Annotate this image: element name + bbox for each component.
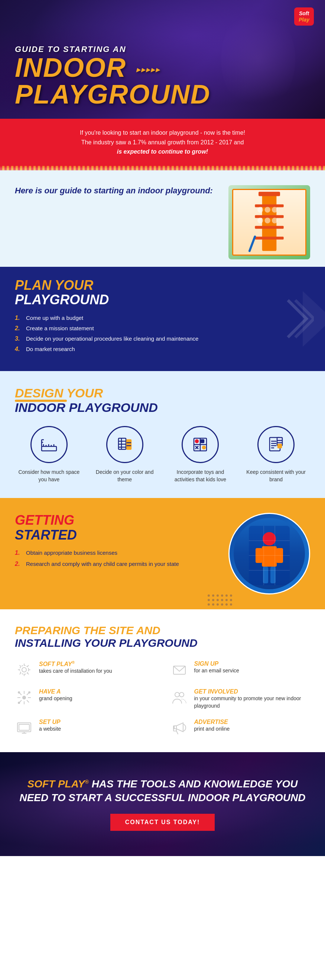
- prep-item-getinvolved: GET INVOLVED in your community to promot…: [170, 688, 311, 710]
- svg-rect-34: [201, 440, 204, 443]
- intro-heading: Here is our guide to starting an indoor …: [15, 185, 221, 197]
- design-icon-space: Consider how much space you have: [15, 426, 83, 483]
- getting-content: GETTING STARTED 1. Obtain appropriate bu…: [15, 513, 217, 572]
- svg-rect-46: [278, 444, 282, 448]
- footer-title: SOFT PLAY® HAS THE TOOLS AND KNOWLEDGE Y…: [15, 777, 310, 805]
- svg-point-62: [22, 696, 26, 699]
- palette-icon: [115, 435, 134, 454]
- getting-list: 1. Obtain appropriate business licenses …: [15, 550, 217, 567]
- hero-section: Soft Play GUIDE TO STARTING AN INDOOR ▶▶…: [0, 0, 325, 119]
- banner-line3: is expected to continue to grow!: [117, 148, 208, 155]
- svg-point-8: [258, 218, 263, 223]
- svg-rect-2: [255, 215, 283, 218]
- tower-decoration: [229, 185, 310, 259]
- svg-rect-13: [42, 446, 56, 451]
- plan-section: PLAN YOUR PLAYGROUND 1. Come up with a b…: [0, 267, 325, 371]
- setup-sub: a website: [39, 725, 61, 733]
- advertise-title: ADVERTISE: [194, 719, 230, 725]
- banner-line2-3: The industry saw a 1.7% annual growth fr…: [22, 138, 303, 157]
- logo-play: Play: [299, 17, 309, 22]
- intro-text: Here is our guide to starting an indoor …: [15, 185, 221, 197]
- contact-button[interactable]: CONTACT US TODAY!: [110, 814, 215, 831]
- banner-line1: If you're looking to start an indoor pla…: [22, 128, 303, 138]
- document-icon: [267, 435, 285, 454]
- getinvolved-text: GET INVOLVED in your community to promot…: [194, 688, 311, 710]
- dots-decoration: [208, 595, 232, 606]
- svg-point-72: [29, 692, 30, 693]
- design-icon-color: Decide on your color and theme: [91, 426, 159, 483]
- space-label: Consider how much space you have: [15, 469, 83, 483]
- hero-decoration: [221, 8, 295, 111]
- preparing-grid: SOFT PLAY® takes care of installation fo…: [15, 660, 310, 737]
- space-icon-circle: [30, 426, 67, 463]
- people-icon: [170, 688, 189, 707]
- red-banner: If you're looking to start an indoor pla…: [0, 119, 325, 166]
- prep-item-grandopening: HAVE A grand opening: [15, 688, 155, 710]
- brand-icon-circle: [258, 426, 295, 463]
- color-label: Decide on your color and theme: [91, 469, 159, 483]
- sparkle-icon: [15, 688, 34, 707]
- plan-title-line1: PLAN YOUR: [15, 278, 310, 293]
- svg-line-11: [250, 236, 255, 251]
- logo-soft: Soft: [299, 10, 309, 17]
- signup-title: SIGN UP: [194, 660, 239, 667]
- signup-desc: for an email service: [194, 667, 239, 675]
- getinvolved-desc: in your community to promote your new in…: [194, 695, 311, 710]
- getting-activity-image: [229, 513, 310, 595]
- svg-line-68: [27, 700, 29, 702]
- plan-title-line2: PLAYGROUND: [15, 293, 310, 307]
- playground-svg: [247, 190, 291, 255]
- signup-text: SIGN UP for an email service: [194, 660, 239, 675]
- hero-arrows: ▶▶▶▶▶: [136, 67, 160, 72]
- svg-rect-49: [262, 546, 277, 566]
- svg-point-59: [22, 668, 26, 672]
- svg-point-7: [272, 207, 277, 212]
- tower-inner: [232, 189, 306, 256]
- svg-point-74: [175, 692, 179, 697]
- getting-item-2: 2. Research and comply with any child ca…: [15, 561, 217, 567]
- advertise-sub: print and online: [194, 725, 230, 733]
- plan-item-2: 2. Create a mission statement: [15, 325, 310, 332]
- toys-icon: [191, 435, 210, 454]
- svg-rect-4: [255, 236, 283, 239]
- design-icon-toys: Incorporate toys and activities that kid…: [167, 426, 235, 483]
- svg-point-5: [258, 207, 263, 212]
- ruler-icon: [40, 435, 58, 454]
- preparing-title-line1: PREPARING THE SITE AND: [15, 624, 310, 637]
- getinvolved-title: GET INVOLVED: [194, 688, 311, 695]
- grandopening-sub: grand opening: [39, 695, 72, 702]
- prep-item-softplay: SOFT PLAY® takes care of installation fo…: [15, 660, 155, 679]
- softplay-text: SOFT PLAY® takes care of installation fo…: [39, 660, 112, 675]
- hero-title-playground: PLAYGROUND: [15, 81, 211, 108]
- softplay-logo: Soft Play: [294, 8, 314, 25]
- design-title-area: DESIGN YOUR INDOOR PLAYGROUND: [15, 386, 310, 415]
- prep-item-signup: SIGN UP for an email service: [170, 660, 311, 679]
- prep-item-setup: SET UP a website: [15, 719, 155, 737]
- getting-image-inner: [234, 518, 305, 590]
- softplay-desc: takes care of installation for you: [39, 668, 112, 675]
- footer-content: SOFT PLAY® HAS THE TOOLS AND KNOWLEDGE Y…: [15, 777, 310, 831]
- plan-list: 1. Come up with a budget 2. Create a mis…: [15, 315, 310, 353]
- design-icons-row: Consider how much space you have Decide …: [15, 426, 310, 483]
- chevron-decoration: [284, 296, 314, 341]
- plan-item-4: 4. Do market research: [15, 346, 310, 353]
- getting-title-line2: STARTED: [15, 528, 217, 542]
- gear-icon: [15, 660, 34, 679]
- toys-label: Incorporate toys and activities that kid…: [167, 469, 235, 483]
- plan-item-1: 1. Come up with a budget: [15, 315, 310, 321]
- hero-content: GUIDE TO STARTING AN INDOOR ▶▶▶▶▶ PLAYGR…: [15, 45, 211, 108]
- design-section: DESIGN YOUR INDOOR PLAYGROUND Consider h…: [0, 371, 325, 498]
- preparing-title-line2: INSTALLING YOUR PLAYGROUND: [15, 637, 310, 649]
- svg-point-75: [179, 692, 184, 697]
- svg-point-73: [18, 702, 20, 703]
- svg-rect-1: [255, 204, 283, 207]
- hero-title-indoor: INDOOR ▶▶▶▶▶: [15, 54, 211, 81]
- design-title-line2: INDOOR PLAYGROUND: [15, 400, 310, 415]
- plan-item-3: 3. Decide on your operational procedures…: [15, 336, 310, 342]
- advertise-text: ADVERTISE print and online: [194, 719, 230, 733]
- getting-item-1: 1. Obtain appropriate business licenses: [15, 550, 217, 556]
- setup-title: SET UP: [39, 719, 61, 725]
- dot-divider: [0, 166, 325, 170]
- svg-rect-12: [259, 192, 280, 196]
- megaphone-icon: [170, 719, 189, 737]
